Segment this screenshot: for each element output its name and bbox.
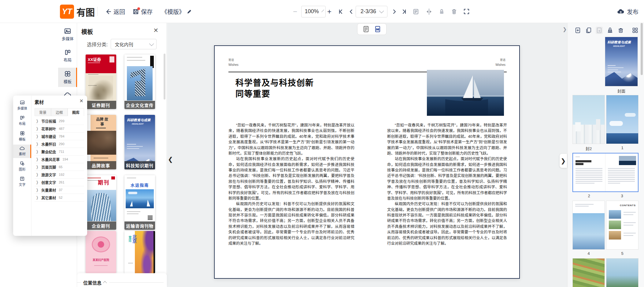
template-card-securities[interactable]: XX证券 证券期刊	[86, 55, 116, 109]
material-category-row[interactable]: ❯聚会纪念711	[35, 148, 84, 156]
material-category-row[interactable]: ❯节日祝福299	[35, 117, 84, 125]
grid-view-button[interactable]	[631, 27, 639, 34]
lock-button[interactable]	[439, 0, 445, 23]
template-card-science-journal[interactable]: 科研教育与成果 HIGHLIGHT 科技知识期刊	[124, 115, 155, 169]
sidebar-item-multimedia[interactable]: 多媒体	[58, 25, 77, 44]
fullscreen-button[interactable]	[464, 0, 469, 23]
page-thumb-7[interactable]	[606, 258, 638, 287]
material-category-row[interactable]: ❯矢量素材37	[35, 186, 84, 194]
rail-label: 图形	[19, 167, 26, 172]
category-count: 784	[59, 134, 64, 138]
sidebar-item-layout[interactable]: 布局	[58, 47, 77, 65]
material-category-row[interactable]: ❯创意文字261	[35, 179, 84, 186]
prev-page-button[interactable]	[349, 0, 353, 23]
template-card-beijing[interactable]: 北京 变迁	[124, 231, 155, 273]
page-thumb-5[interactable]: CONTENTS	[606, 201, 638, 250]
sidebar-item-label: 模板	[64, 78, 72, 84]
page-header-cn: 寄语	[228, 58, 239, 62]
paragraph: 纵观国内外历史可以发现：科普不仅可以为创新提供良好的氛围和文化基础，更会为创新提…	[387, 201, 507, 246]
document-title-text: 《模版》	[161, 7, 185, 16]
panel-scrollbar[interactable]	[164, 54, 165, 100]
spread-view-button[interactable]	[375, 26, 381, 32]
article-column-left[interactable]: “忽如一夜春风来，千树万树梨花开”，建国70年来，特别是改革开放以来，随着我国经…	[228, 123, 354, 246]
page-thumb-6[interactable]	[572, 258, 605, 287]
page-thumb-cover2[interactable]	[572, 95, 605, 144]
publish-button[interactable]: 发布	[617, 0, 638, 23]
template-card-brand-story[interactable]: 品牌 故事 品牌故事	[86, 115, 116, 169]
template-card-enterprise-journal[interactable]: 期刊 企业期刊	[86, 175, 116, 230]
pages-toolbar	[574, 27, 638, 34]
single-page-view-button[interactable]	[363, 26, 369, 32]
import-page-button[interactable]	[596, 27, 603, 34]
page-spread[interactable]: 寄语 Wishes 寄语 Wishes 科学普及与科技创新 同等重要	[214, 45, 520, 279]
document-title[interactable]: 《模版》	[161, 0, 192, 23]
material-panel: 多媒体 布局 模板 素材 图形 文字 素材 ✕ 背景 边框 图库	[13, 96, 87, 236]
add-page-button[interactable]	[574, 27, 581, 34]
material-category-row[interactable]: ❯水墨风花草194	[35, 156, 84, 163]
material-category-row[interactable]: ❯城市建设784	[35, 133, 84, 140]
template-panel: 模板 ✕ 选择分类: 文化内刊 XX证券 证券期刊 企业文化宣传	[77, 23, 167, 287]
duplicate-page-button[interactable]	[585, 27, 592, 34]
last-page-button[interactable]	[402, 0, 407, 23]
save-button[interactable]: 保存	[133, 0, 153, 23]
sailboat-photo[interactable]	[427, 70, 504, 116]
text-icon	[20, 176, 24, 181]
material-rail-layout[interactable]: 布局	[13, 114, 31, 128]
split-view-button[interactable]	[426, 0, 432, 23]
material-category-row[interactable]: ❯页眉页脚65	[35, 163, 84, 171]
material-rail-shapes[interactable]: 图形	[13, 159, 31, 173]
close-icon[interactable]: ✕	[153, 27, 158, 34]
delete-button[interactable]	[451, 0, 457, 23]
material-rail-multimedia[interactable]: 多媒体	[13, 99, 31, 112]
page-thumb-label: 4	[572, 251, 605, 256]
delete-page-button[interactable]	[617, 27, 624, 34]
pages-sidebar: 科研教育与成果 HIGHLIGHT 封面 封2 1	[567, 23, 644, 287]
template-card-transport-journal[interactable]: 水运指南 运输咨询刊物	[124, 175, 155, 230]
template-card-label: 证券期刊	[86, 101, 116, 109]
zoom-out-button[interactable]: −	[293, 0, 297, 23]
category-count: 299	[59, 119, 64, 123]
page-indicator-value: 2-3/36	[361, 8, 376, 15]
material-category-row[interactable]: ❯水墨怀旧290	[35, 140, 84, 148]
clear-page-button[interactable]	[606, 27, 614, 34]
back-button[interactable]: 返回	[105, 0, 125, 23]
zoom-select[interactable]: 100%	[301, 6, 326, 17]
template-card-corp-culture[interactable]: 企业文化宣传	[124, 55, 155, 109]
page-settings-button[interactable]	[413, 0, 419, 23]
material-rail-text[interactable]: 文字	[13, 175, 31, 189]
collapse-left-panel-button[interactable]: ❮	[168, 156, 173, 163]
material-category-row[interactable]: ❯其它素材52	[35, 194, 84, 202]
page-indicator-select[interactable]: 2-3/36	[356, 6, 387, 17]
pages-scrollbar[interactable]	[641, 23, 643, 75]
collapse-right-panel-button[interactable]: ❯	[560, 154, 567, 168]
next-page-button[interactable]	[392, 0, 397, 23]
category-select[interactable]: 文化内刊	[111, 39, 157, 49]
zoom-value: 100%	[305, 8, 319, 15]
page-thumb-4[interactable]	[572, 201, 605, 250]
expand-right-chevron-icon[interactable]: ❯	[563, 26, 567, 32]
paragraph: 站在我国科技事业发展新的历史起点，面对时代赋予我们的历史使命，如何适应我国经济社…	[228, 156, 354, 201]
page-thumb-cover[interactable]: 科研教育与成果 HIGHLIGHT	[605, 37, 638, 86]
zoom-in-button[interactable]: +	[327, 0, 331, 23]
tab-background[interactable]: 背景	[35, 108, 51, 116]
page-header-left: 寄语 Wishes	[228, 58, 239, 67]
tab-border[interactable]: 边框	[51, 108, 68, 116]
paragraph: 站在我国科技事业发展新的历史起点，面对时代赋予我们的历史使命，如何适应我国经济社…	[387, 156, 507, 201]
article-title[interactable]: 科学普及与科技创新 同等重要	[235, 78, 314, 100]
article-column-right[interactable]: “忽如一夜春风来，千树万树梨花开”，建国70年来，特别是改革开放以来，随着我国经…	[387, 123, 507, 246]
template-card-label: 运输咨询刊物	[124, 221, 155, 230]
editor-canvas-area[interactable]: 寄语 Wishes 寄语 Wishes 科学普及与科技创新 同等重要	[167, 23, 567, 287]
page-thumb-spread-2-3-selected[interactable]	[572, 153, 638, 192]
material-rail-template[interactable]: 模板	[13, 129, 31, 143]
close-icon[interactable]: ✕	[80, 98, 83, 104]
tab-gallery[interactable]: 图库	[68, 108, 84, 116]
first-page-button[interactable]	[338, 0, 343, 23]
template-card-hospital[interactable]: 某某妇产医院	[86, 231, 116, 273]
unsaved-badge	[137, 7, 140, 10]
position-info-section[interactable]: 位置信息	[77, 273, 167, 287]
material-category-row[interactable]: ❯旅游文字192	[35, 171, 84, 179]
material-category-row[interactable]: ❯花草树叶487	[35, 125, 84, 133]
sidebar-item-template[interactable]: 模板	[58, 68, 77, 87]
material-rail-material[interactable]: 素材	[13, 145, 31, 158]
page-thumb-1[interactable]	[606, 95, 638, 144]
